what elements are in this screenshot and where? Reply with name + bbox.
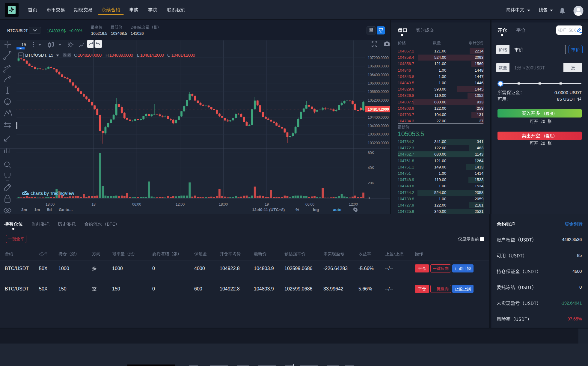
svg-text:12:00: 12:00 — [176, 202, 185, 207]
svg-text:19: 19 — [265, 202, 269, 207]
svg-text:18:00: 18:00 — [46, 202, 55, 207]
svg-text:40K: 40K — [368, 166, 374, 170]
svg-text:106800.0000: 106800.0000 — [368, 64, 389, 68]
svg-text:104400.0000: 104400.0000 — [368, 115, 389, 120]
svg-text:103200.0000: 103200.0000 — [368, 141, 389, 145]
svg-text:60K: 60K — [368, 151, 374, 155]
svg-text:18: 18 — [91, 202, 96, 207]
svg-text:12:00: 12:00 — [349, 202, 358, 207]
svg-text:105200.0000: 105200.0000 — [368, 98, 389, 103]
svg-text:107200.0000: 107200.0000 — [368, 56, 389, 60]
svg-text:104814.2000: 104814.2000 — [368, 107, 389, 112]
svg-text:103600.0000: 103600.0000 — [368, 132, 389, 136]
svg-text:06:00: 06:00 — [132, 202, 141, 207]
svg-text:0: 0 — [368, 196, 370, 200]
svg-text:06:00: 06:00 — [305, 202, 314, 207]
svg-text:104000.0000: 104000.0000 — [368, 124, 389, 128]
svg-text:106000.0000: 106000.0000 — [368, 81, 389, 85]
svg-text:105600.0000: 105600.0000 — [368, 90, 389, 94]
svg-text:18:00: 18:00 — [219, 202, 228, 207]
svg-text:106400.0000: 106400.0000 — [368, 73, 389, 77]
svg-text:20K: 20K — [368, 181, 374, 185]
